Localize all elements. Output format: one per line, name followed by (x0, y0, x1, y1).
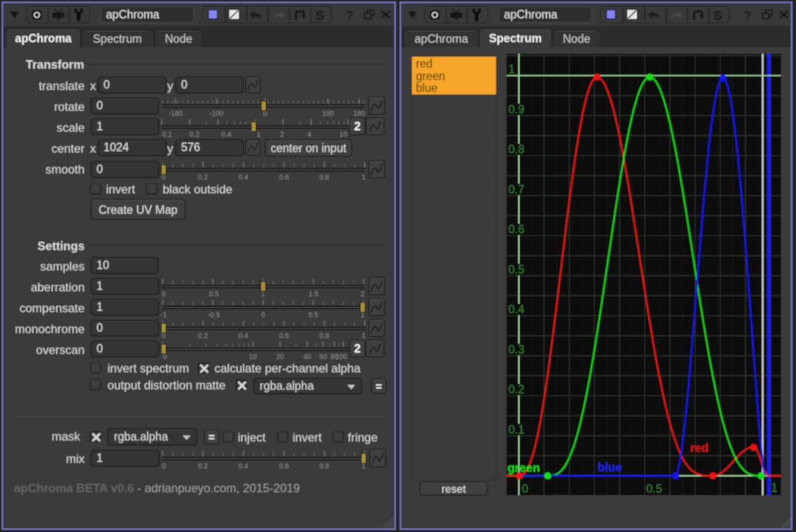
svg-text:0.4: 0.4 (508, 303, 524, 316)
svg-text:0.9: 0.9 (508, 103, 524, 116)
svg-text:0.5: 0.5 (508, 263, 524, 276)
svg-text:1: 1 (771, 481, 778, 494)
svg-text:0.3: 0.3 (508, 343, 524, 356)
svg-text:0: 0 (162, 462, 166, 470)
svg-text:0.2: 0.2 (190, 130, 199, 138)
svg-text:0.7: 0.7 (508, 183, 524, 196)
svg-text:0.6: 0.6 (279, 462, 289, 470)
svg-text:0: 0 (522, 482, 528, 495)
svg-text:0.1: 0.1 (508, 423, 524, 436)
svg-text:0.5: 0.5 (646, 482, 662, 495)
svg-text:1: 1 (257, 130, 261, 138)
svg-text:1: 1 (362, 173, 366, 181)
svg-text:0.8: 0.8 (508, 143, 524, 156)
svg-text:1: 1 (362, 332, 366, 340)
svg-text:0.4: 0.4 (238, 462, 248, 470)
svg-text:0.2: 0.2 (508, 383, 524, 396)
svg-text:10: 10 (339, 130, 347, 138)
svg-text:blue: blue (597, 460, 622, 474)
svg-text:green: green (507, 461, 540, 474)
svg-text:0.4: 0.4 (238, 173, 248, 181)
svg-text:4: 4 (307, 130, 311, 138)
svg-text:40: 40 (303, 353, 311, 360)
svg-text:0.4: 0.4 (221, 130, 231, 138)
svg-text:20: 20 (276, 353, 284, 360)
svg-text:1: 1 (508, 63, 515, 76)
svg-text:10: 10 (249, 353, 257, 360)
svg-text:red: red (690, 441, 708, 454)
svg-text:0.6: 0.6 (279, 173, 289, 181)
svg-text:0.6: 0.6 (508, 223, 524, 236)
svg-text:0.2: 0.2 (198, 173, 208, 181)
svg-text:0.2: 0.2 (198, 462, 208, 470)
svg-text:100: 100 (335, 353, 347, 360)
svg-text:60: 60 (319, 353, 327, 360)
svg-text:2: 2 (280, 130, 284, 138)
svg-text:0.8: 0.8 (319, 173, 329, 181)
svg-text:0.1: 0.1 (162, 130, 172, 138)
svg-text:0.8: 0.8 (319, 462, 329, 470)
